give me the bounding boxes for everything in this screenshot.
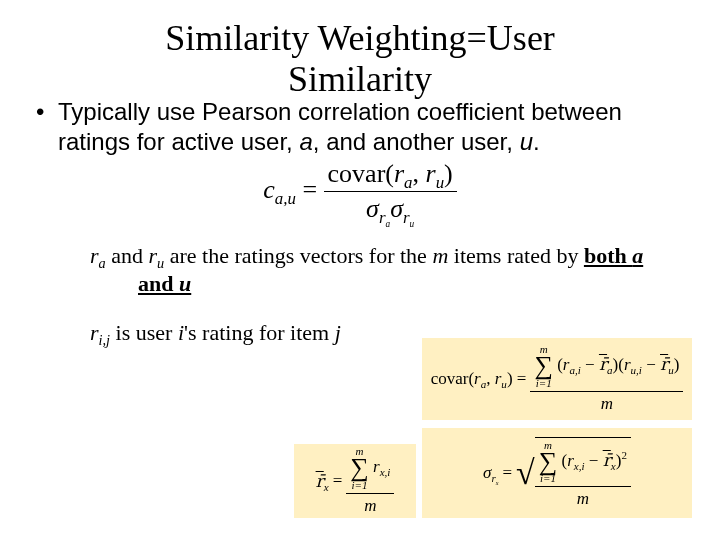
- note-ra-ru: ra and ru are the ratings vectors for th…: [90, 242, 650, 297]
- cv-t2: r: [624, 355, 631, 374]
- cv-lhs: covar(: [431, 369, 474, 388]
- eq1-s1-sub: r: [379, 208, 386, 227]
- n1-ra: r: [90, 243, 99, 268]
- n1-ru: r: [148, 243, 157, 268]
- eq1-num: covar(ra, ru): [324, 159, 457, 191]
- n1-m: m: [432, 243, 448, 268]
- eq1-s2-ssub: u: [410, 219, 415, 229]
- eq1-s2: σ: [390, 194, 403, 223]
- cv-frac: m ∑ i=1 (ra,i − r̄a)(ru,i − r̄u) m: [530, 344, 683, 413]
- formula-rbar: r̄x = m ∑ i=1 rx,i m: [294, 444, 416, 518]
- sum-icon: m ∑ i=1: [350, 446, 369, 490]
- sg-t1b: r̄: [603, 451, 611, 470]
- sum-icon: m ∑ i=1: [534, 344, 553, 388]
- n2-r: r: [90, 320, 99, 345]
- slide: Similarity Weighting=User Similarity • T…: [0, 0, 720, 540]
- n1-ra-sub: a: [99, 256, 106, 272]
- sum-icon: m ∑ i=1: [539, 440, 558, 484]
- eq1-lhs-sub: a,u: [275, 189, 296, 208]
- bullet-end: .: [533, 128, 540, 155]
- bullet-mid: , and another user,: [313, 128, 520, 155]
- n1-u: u: [179, 271, 191, 296]
- sg-bot: i=1: [540, 473, 556, 484]
- cv-mid: )(: [613, 355, 624, 374]
- n1-and2: and: [138, 271, 179, 296]
- bullet-a: a: [299, 128, 312, 155]
- cv-m2: −: [642, 355, 660, 374]
- cv-t1b: r̄: [599, 355, 607, 374]
- eq1-lhs: c: [263, 175, 275, 204]
- bullet-text: Typically use Pearson correlation coeffi…: [58, 97, 690, 157]
- eq1-eq: =: [296, 175, 324, 204]
- slide-title: Similarity Weighting=User Similarity: [30, 18, 690, 101]
- eq1-s2-sub: r: [403, 208, 410, 227]
- n1-and: and: [106, 243, 149, 268]
- eq1-covar: covar(: [328, 159, 394, 188]
- n1-a: a: [632, 243, 643, 268]
- title-line-2: Similarity: [288, 59, 432, 99]
- sg-den: m: [535, 486, 631, 509]
- eq1-ru-sub: u: [436, 173, 444, 192]
- eq1-sep: ,: [413, 159, 426, 188]
- cv-end: ): [674, 355, 680, 374]
- eq1-close: ): [444, 159, 453, 188]
- cv-den: m: [530, 391, 683, 414]
- bullet-dot: •: [36, 97, 58, 157]
- n1-both: both: [584, 243, 632, 268]
- n2-rest1: is user: [110, 320, 178, 345]
- rbar-term-sub: x,i: [380, 467, 391, 479]
- cv-t1s: a,i: [569, 365, 580, 377]
- eq1-ra-sub: a: [404, 173, 412, 192]
- bullet-1: • Typically use Pearson correlation coef…: [36, 97, 690, 157]
- formula-sigma: σrx = √ m ∑ i=1 (rx,i − r̄x)2: [422, 428, 692, 518]
- eq1-s1: σ: [366, 194, 379, 223]
- sg-t1: r: [567, 451, 574, 470]
- rbar-term: r: [373, 457, 380, 476]
- eq1-frac: covar(ra, ru) σraσru: [324, 159, 457, 225]
- n2-r-sub: i,j: [99, 333, 111, 349]
- rbar-den: m: [346, 493, 394, 516]
- eq1-ra: r: [394, 159, 404, 188]
- note1-line: ra and ru are the ratings vectors for th…: [90, 242, 650, 297]
- n1-rest2: items rated by: [448, 243, 584, 268]
- cv-t2s: u,i: [631, 365, 642, 377]
- sg-frac: m ∑ i=1 (rx,i − r̄x)2 m: [535, 440, 631, 509]
- sg-m: −: [585, 451, 603, 470]
- rbar-bot: i=1: [352, 480, 368, 491]
- cv-bot: i=1: [536, 378, 552, 389]
- rbar-eq: =: [333, 471, 343, 491]
- sqrt-icon: √ m ∑ i=1 (rx,i − r̄x)2 m: [516, 437, 631, 509]
- formula-covar: covar(ra, ru) = m ∑ i=1 (ra,i − r̄a)(ru,…: [422, 338, 692, 420]
- n1-rest1: are the ratings vectors for the: [164, 243, 432, 268]
- rbar-lhs: r̄: [316, 472, 324, 491]
- rbar-frac: m ∑ i=1 rx,i m: [346, 446, 394, 515]
- sg-pow: 2: [621, 449, 627, 461]
- eq1-ru: r: [426, 159, 436, 188]
- equation-cau: ca,u = covar(ra, ru) σraσru: [30, 159, 690, 225]
- n2-rest2: 's rating for item: [184, 320, 335, 345]
- title-line-1: Similarity Weighting=User: [165, 18, 555, 58]
- cv-sep: ,: [486, 369, 495, 388]
- sg-eq: =: [502, 463, 512, 483]
- eq1-den: σraσru: [324, 191, 457, 225]
- bullet-u: u: [520, 128, 533, 155]
- sg-lhs-ssub: x: [496, 480, 499, 486]
- rbar-lhs-sub: x: [324, 481, 329, 493]
- cv-t2b: r̄: [660, 355, 668, 374]
- sg-t1s: x,i: [574, 460, 585, 472]
- cv-m1: −: [581, 355, 599, 374]
- n2-j: j: [335, 320, 341, 345]
- cv-ra: r: [474, 369, 481, 388]
- cv-close: ) =: [507, 369, 527, 388]
